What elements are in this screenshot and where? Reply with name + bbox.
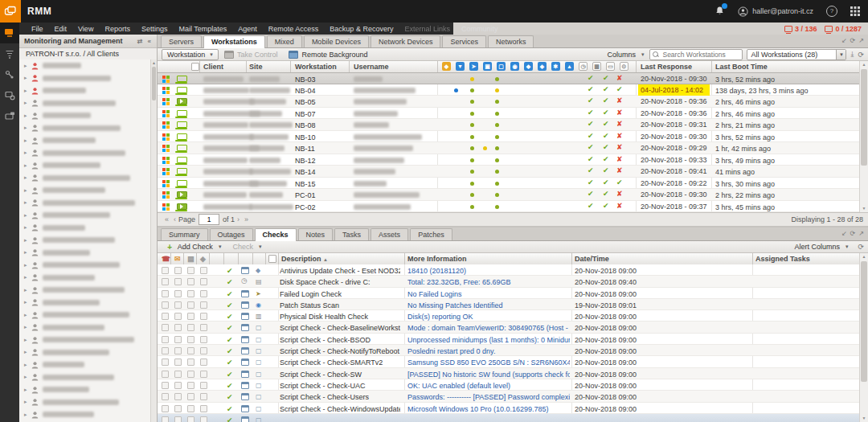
expand-caret-icon[interactable]: ▸ xyxy=(24,174,31,181)
expand-caret-icon[interactable]: ▸ xyxy=(24,287,31,293)
select-all-checkbox[interactable] xyxy=(191,63,199,71)
expand-caret-icon[interactable]: ▸ xyxy=(24,113,31,119)
alert-checkbox[interactable] xyxy=(174,393,182,400)
menu-community[interactable]: Community xyxy=(456,25,504,33)
workstation-name[interactable]: NB-14 xyxy=(295,168,316,176)
column-description[interactable]: Description ▲ xyxy=(281,255,328,263)
client-tree-item[interactable]: ▸ xyxy=(19,284,151,297)
servers-overdue-counter[interactable]: 3 / 136 xyxy=(784,25,817,33)
expand-caret-icon[interactable]: ▸ xyxy=(24,412,31,418)
next-page-icon[interactable]: › xyxy=(237,215,240,223)
client-tree-item[interactable]: ▸ xyxy=(19,159,151,172)
column-workstation[interactable]: Workstation xyxy=(295,63,337,71)
tab-workstations[interactable]: Workstations xyxy=(203,35,265,48)
alert-columns-button[interactable]: Alert Columns xyxy=(794,243,848,251)
alert-checkbox[interactable] xyxy=(187,358,194,366)
alert-checkbox[interactable] xyxy=(187,278,194,285)
client-tree-item[interactable]: ▸ xyxy=(19,134,151,147)
client-tree-item[interactable]: ▸ xyxy=(19,234,151,247)
check-description[interactable]: Failed Login Check xyxy=(280,290,400,298)
column-site[interactable]: Site xyxy=(249,63,263,71)
client-tree-item[interactable]: ▸ xyxy=(19,147,151,160)
client-tree-item[interactable]: ▸ xyxy=(19,172,151,185)
expand-caret-icon[interactable]: ▸ xyxy=(24,249,31,256)
tab-networks[interactable]: Networks xyxy=(488,35,534,47)
tree-root-all-clients[interactable]: PATRON-IT s.r.o. / All Clients xyxy=(19,48,157,59)
network-discovery-nav-icon[interactable] xyxy=(0,64,19,85)
alert-checkbox[interactable] xyxy=(200,278,207,285)
alert-checkbox[interactable] xyxy=(187,405,194,412)
check-description[interactable]: Script Check - Check-WindowsUpdates xyxy=(280,405,400,413)
export-icon[interactable]: ⤓ xyxy=(850,50,854,59)
tab-patches[interactable]: Patches xyxy=(410,228,452,240)
alert-checkbox[interactable] xyxy=(174,382,182,389)
check-more-information[interactable]: No Failed Logins xyxy=(407,290,570,298)
alert-checkbox[interactable] xyxy=(200,290,207,297)
alert-checkbox[interactable] xyxy=(174,405,182,412)
workstation-name[interactable]: PC-02 xyxy=(295,203,316,211)
response-clock-column-icon[interactable]: ◷ xyxy=(579,62,588,71)
scroll-up-icon[interactable]: ▲ xyxy=(860,253,868,260)
column-username[interactable]: Username xyxy=(354,63,389,71)
sidebar-refresh-icon[interactable]: ⇄ xyxy=(135,38,145,45)
tab-mixed[interactable]: Mixed xyxy=(267,35,302,47)
collapse-panel-icon[interactable]: ↙ xyxy=(841,37,847,44)
alert-checkbox[interactable] xyxy=(162,313,169,320)
alert-checkbox[interactable] xyxy=(162,290,169,297)
alert-checkbox[interactable] xyxy=(200,347,207,354)
remote-console-nav-icon[interactable] xyxy=(0,106,19,127)
take-control-button[interactable]: Take Control xyxy=(224,51,278,59)
tab-network-devices[interactable]: Network Devices xyxy=(371,35,441,47)
alert-checkbox[interactable] xyxy=(174,290,182,297)
client-tree-item[interactable]: ▸ xyxy=(19,408,151,421)
client-tree-item[interactable]: ▸ xyxy=(19,322,151,334)
client-tree-item[interactable]: ▸ xyxy=(19,383,151,396)
client-tree-item[interactable]: ▸ xyxy=(19,59,151,72)
expand-caret-icon[interactable]: ▸ xyxy=(24,237,31,244)
refresh-panel-icon[interactable]: ⟳ xyxy=(850,37,856,44)
expand-panel-icon[interactable]: ↗ xyxy=(858,37,864,44)
alert-checkbox[interactable] xyxy=(200,393,207,400)
alert-checkbox[interactable] xyxy=(200,267,207,274)
client-tree-item[interactable]: ▸ xyxy=(19,184,151,197)
expand-caret-icon[interactable]: ▸ xyxy=(24,324,31,330)
alert-checkbox[interactable] xyxy=(162,382,169,389)
workstation-name[interactable]: PC-01 xyxy=(295,191,316,199)
expand-caret-icon[interactable]: ▸ xyxy=(24,100,31,106)
alert-checkbox[interactable] xyxy=(187,313,194,320)
workstation-name[interactable]: NB-10 xyxy=(295,133,316,141)
alert-checkbox[interactable] xyxy=(174,313,182,320)
alert-checkbox[interactable] xyxy=(187,416,194,422)
client-tree-item[interactable]: ▸ xyxy=(19,109,151,122)
security-shield-column-icon[interactable]: ◆ xyxy=(524,62,533,71)
workstation-row[interactable]: NB-08 ✔✔✘ 20-Nov-2018 - 09:31 2 hrs, 21 … xyxy=(158,119,859,131)
alert-checkbox[interactable] xyxy=(187,336,194,343)
expand-caret-icon[interactable]: ▸ xyxy=(24,312,31,318)
alert-checkbox[interactable] xyxy=(174,324,182,331)
workstation-row[interactable]: NB-14 ✔✔✘ 20-Nov-2018 - 09:41 41 mins ag… xyxy=(158,166,859,178)
alert-checkbox[interactable] xyxy=(174,358,182,366)
expand-caret-icon[interactable]: ▸ xyxy=(24,187,31,194)
client-tree-item[interactable]: ▸ xyxy=(19,272,151,285)
alert-checkbox[interactable] xyxy=(187,393,194,400)
alert-checkbox[interactable] xyxy=(174,416,182,422)
scroll-up-icon[interactable]: ▲ xyxy=(151,59,157,66)
check-row[interactable]: ✔ ➤ Failed Login Check No Failed Logins … xyxy=(158,288,859,299)
tree-scrollbar[interactable]: ▲ xyxy=(150,59,157,422)
notifications-bell-icon[interactable] xyxy=(714,6,725,17)
client-tree-item[interactable]: ▸ xyxy=(19,247,151,260)
misc-alert-column-icon[interactable]: ◈ xyxy=(200,255,206,263)
check-description[interactable]: Script Check - Check-BaselineWorkstation… xyxy=(280,324,400,332)
check-description[interactable]: Antivirus Update Check - Eset NOD32 xyxy=(280,267,400,275)
check-more-information[interactable]: Total: 232.32GB, Free: 65.69GB xyxy=(407,278,570,286)
check-more-information[interactable]: Microsoft Windows 10 Pro (10.0.16299.785… xyxy=(407,405,570,413)
client-tree-item[interactable]: ▸ xyxy=(19,259,151,272)
tab-outages[interactable]: Outages xyxy=(210,228,253,240)
check-row[interactable]: ✔ ◉ Patch Status Scan No Missing Patches… xyxy=(158,299,859,310)
alert-checkbox[interactable] xyxy=(174,336,182,343)
tab-services[interactable]: Services xyxy=(442,35,486,47)
check-more-information[interactable]: Mode : domain TeamViewerID: 308490765 (H… xyxy=(407,324,570,332)
expand-caret-icon[interactable]: ▸ xyxy=(24,274,31,281)
workstation-name[interactable]: NB-04 xyxy=(295,87,316,95)
checks-table-scrollbar[interactable]: ▲ ▼ xyxy=(859,253,868,422)
